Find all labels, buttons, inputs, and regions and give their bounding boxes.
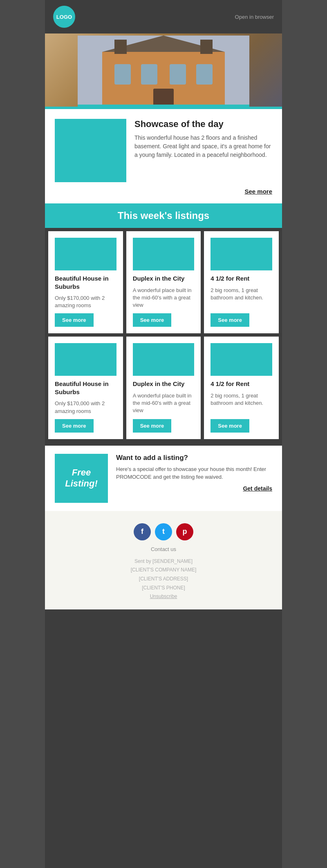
pinterest-icon[interactable]: p [176, 523, 193, 540]
free-listing-line1: Free [72, 467, 91, 478]
svg-rect-3 [114, 40, 127, 54]
twitter-icon[interactable]: t [155, 523, 172, 540]
svg-rect-10 [78, 105, 249, 107]
showcase-description: This wonderful house has 2 floors and a … [134, 134, 272, 159]
logo: LOGO [53, 6, 75, 28]
free-listing-content: Want to add a listing? Here's a special … [116, 454, 272, 492]
free-listing-box: Free Listing! [55, 454, 108, 503]
contact-us-link[interactable]: Contact us [151, 546, 176, 552]
showcase-see-more-link[interactable]: See more [244, 188, 272, 195]
facebook-icon[interactable]: f [134, 523, 151, 540]
listing-image-2-2 [133, 343, 195, 376]
svg-rect-8 [196, 64, 213, 85]
free-listing-box-text: Free Listing! [65, 467, 97, 489]
listing-card-1-2: Duplex in the City A wonderful place bui… [126, 231, 201, 333]
showcase-see-more-container: See more [55, 188, 272, 195]
listing-card-2-3: 4 1/2 for Rent 2 big rooms, 1 great bath… [204, 337, 279, 439]
svg-rect-5 [114, 64, 131, 85]
listing-image-2-3 [211, 343, 272, 376]
social-icons: f t p [53, 523, 274, 540]
listing-desc-2-2: A wonderful place built in the mid-60's … [133, 392, 195, 415]
hero-building-svg [78, 36, 249, 107]
logo-text: LOGO [56, 14, 72, 20]
listing-image-2-1 [55, 343, 116, 376]
listing-see-more-2-1[interactable]: See more [55, 419, 94, 433]
hero-inner [45, 33, 282, 109]
listings-grid: Beautiful House in Suburbs Only $170,000… [45, 228, 282, 442]
free-listing-section: Free Listing! Want to add a listing? Her… [45, 446, 282, 511]
listing-see-more-2-2[interactable]: See more [133, 419, 172, 433]
showcase-section: Showcase of the day This wonderful house… [45, 109, 282, 203]
listing-title-2-1: Beautiful House in Suburbs [55, 380, 116, 396]
listing-image-1-2 [133, 238, 195, 270]
listing-title-2-2: Duplex in the City [133, 380, 195, 388]
free-listing-line2: Listing! [65, 478, 97, 489]
footer-contact: Contact us [53, 546, 274, 552]
svg-rect-7 [170, 64, 186, 85]
listing-desc-1-3: 2 big rooms, 1 great bathroom and kitche… [211, 287, 272, 310]
showcase-text: Showcase of the day This wonderful house… [134, 119, 272, 182]
listing-desc-1-2: A wonderful place built in the mid-60's … [133, 287, 195, 310]
listing-title-2-3: 4 1/2 for Rent [211, 380, 272, 388]
footer-company: [CLIENT'S COMPANY NAME] [53, 566, 274, 575]
listings-section-header: This week's listings [45, 203, 282, 228]
listing-card-1-3: 4 1/2 for Rent 2 big rooms, 1 great bath… [204, 231, 279, 333]
email-wrapper: LOGO Open in browser [45, 0, 282, 868]
listing-card-1-1: Beautiful House in Suburbs Only $170,000… [48, 231, 123, 333]
twitter-label: t [162, 527, 165, 536]
facebook-label: f [141, 527, 143, 536]
listing-desc-2-3: 2 big rooms, 1 great bathroom and kitche… [211, 392, 272, 415]
get-details-link[interactable]: Get details [243, 485, 272, 492]
listings-row-1: Beautiful House in Suburbs Only $170,000… [48, 231, 279, 333]
footer-address: [CLIENT'S ADDRESS] [53, 575, 274, 584]
listing-title-1-3: 4 1/2 for Rent [211, 274, 272, 283]
footer-info: Sent by [SENDER_NAME] [CLIENT'S COMPANY … [53, 557, 274, 601]
hero-image [45, 33, 282, 109]
svg-rect-4 [200, 40, 213, 54]
listing-image-1-1 [55, 238, 116, 270]
listing-card-2-1: Beautiful House in Suburbs Only $170,000… [48, 337, 123, 439]
listing-desc-1-1: Only $170,000 with 2 amazing rooms [55, 295, 116, 309]
listing-see-more-1-2[interactable]: See more [133, 313, 172, 327]
listing-image-1-3 [211, 238, 272, 270]
showcase-title: Showcase of the day [134, 119, 272, 129]
footer-phone: [CLIENT'S PHONE] [53, 584, 274, 593]
svg-rect-9 [153, 89, 174, 107]
footer-sender: Sent by [SENDER_NAME] [53, 557, 274, 566]
unsubscribe-link[interactable]: Unsubscribe [150, 594, 177, 599]
listing-see-more-1-3[interactable]: See more [211, 313, 249, 327]
listings-row-2: Beautiful House in Suburbs Only $170,000… [48, 337, 279, 439]
listing-desc-2-1: Only $170,000 with 2 amazing rooms [55, 400, 116, 415]
free-listing-title: Want to add a listing? [116, 454, 272, 462]
open-in-browser-link[interactable]: Open in browser [235, 14, 274, 20]
showcase-image [55, 119, 126, 182]
showcase-content: Showcase of the day This wonderful house… [55, 119, 272, 182]
listing-see-more-1-1[interactable]: See more [55, 313, 94, 327]
pinterest-label: p [183, 527, 187, 536]
listing-title-1-1: Beautiful House in Suburbs [55, 274, 116, 290]
free-listing-description: Here's a special offer to showcase your … [116, 465, 272, 481]
svg-rect-6 [141, 64, 157, 85]
listings-section-title: This week's listings [118, 210, 209, 221]
listing-title-1-2: Duplex in the City [133, 274, 195, 283]
footer: f t p Contact us Sent by [SENDER_NAME] [… [45, 511, 282, 609]
listing-card-2-2: Duplex in the City A wonderful place bui… [126, 337, 201, 439]
header: LOGO Open in browser [45, 0, 282, 33]
listing-see-more-2-3[interactable]: See more [211, 419, 249, 433]
